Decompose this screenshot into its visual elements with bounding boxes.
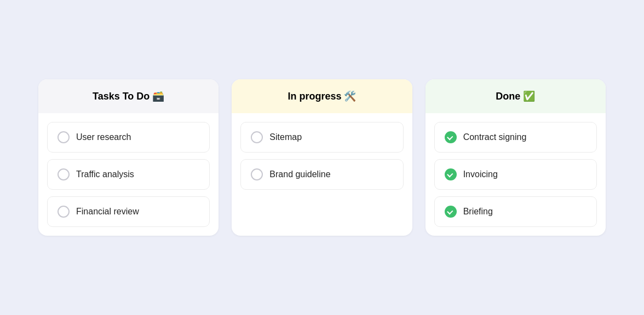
- task-item-invoicing[interactable]: Invoicing: [434, 159, 597, 190]
- task-label-traffic-analysis: Traffic analysis: [76, 170, 134, 179]
- task-item-financial-review[interactable]: Financial review: [47, 196, 210, 227]
- column-inprogress: In progress 🛠️SitemapBrand guideline: [232, 79, 412, 236]
- circle-icon: [58, 206, 70, 218]
- column-header-done: Done ✅: [426, 79, 606, 113]
- task-label-invoicing: Invoicing: [463, 170, 498, 179]
- column-body-inprogress: SitemapBrand guideline: [232, 113, 412, 199]
- task-label-contract-signing: Contract signing: [463, 132, 527, 142]
- task-item-brand-guideline[interactable]: Brand guideline: [240, 159, 403, 190]
- task-item-sitemap[interactable]: Sitemap: [240, 122, 403, 153]
- task-item-contract-signing[interactable]: Contract signing: [434, 122, 597, 153]
- task-item-briefing[interactable]: Briefing: [434, 196, 597, 227]
- column-header-todo: Tasks To Do 🗃️: [38, 79, 219, 113]
- task-item-traffic-analysis[interactable]: Traffic analysis: [47, 159, 210, 190]
- kanban-board: Tasks To Do 🗃️User researchTraffic analy…: [21, 62, 623, 253]
- column-todo: Tasks To Do 🗃️User researchTraffic analy…: [38, 79, 219, 236]
- check-icon: [445, 206, 457, 218]
- circle-icon: [58, 131, 70, 143]
- task-label-brand-guideline: Brand guideline: [269, 170, 330, 179]
- task-label-financial-review: Financial review: [76, 207, 139, 217]
- task-label-user-research: User research: [76, 132, 131, 142]
- circle-icon: [58, 168, 70, 180]
- column-done: Done ✅Contract signingInvoicingBriefing: [426, 79, 606, 236]
- task-item-user-research[interactable]: User research: [47, 122, 210, 153]
- task-label-sitemap: Sitemap: [269, 132, 302, 142]
- column-body-todo: User researchTraffic analysisFinancial r…: [38, 113, 219, 236]
- column-header-inprogress: In progress 🛠️: [232, 79, 412, 113]
- check-icon: [445, 168, 457, 180]
- column-body-done: Contract signingInvoicingBriefing: [426, 113, 606, 236]
- circle-icon: [251, 168, 263, 180]
- task-label-briefing: Briefing: [463, 207, 493, 217]
- check-icon: [445, 131, 457, 143]
- circle-icon: [251, 131, 263, 143]
